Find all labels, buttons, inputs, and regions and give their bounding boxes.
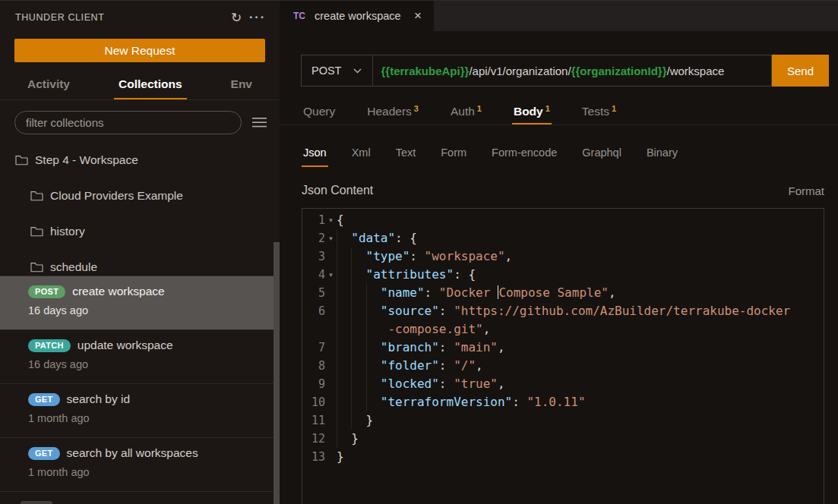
code-token: "name" — [381, 285, 425, 300]
collection-folder[interactable]: Cloud Providers Example — [0, 178, 280, 213]
collection-folder[interactable]: history — [0, 213, 280, 249]
body-tab-text[interactable]: Text — [394, 143, 418, 167]
fold-arrow-icon: ▾ — [325, 229, 337, 247]
code-text: "type": "workspace", — [337, 247, 512, 266]
sidebar-tab-activity[interactable]: Activity — [23, 71, 74, 99]
send-button[interactable]: Send — [772, 55, 829, 87]
code-token: : — [410, 249, 424, 263]
folder-icon — [30, 226, 43, 237]
sidebar-title: THUNDER CLIENT — [15, 12, 226, 23]
indent-guide — [337, 302, 351, 320]
request-bar: POST {{terrakubeApi}}/api/v1/organizatio… — [301, 55, 829, 87]
indent-guide — [337, 375, 351, 393]
partial-request-item — [0, 491, 280, 504]
method-dropdown[interactable]: POST — [302, 55, 372, 86]
close-tab-icon[interactable]: × — [413, 8, 423, 24]
code-token: "Docker — [439, 285, 498, 300]
fold-arrow-icon: ▾ — [325, 266, 337, 284]
body-type-tabs: JsonXmlTextFormForm-encodeGraphqlBinary — [280, 143, 838, 167]
indent-guide — [337, 229, 351, 247]
body-tab-form[interactable]: Form — [439, 143, 468, 167]
tab-headers[interactable]: Headers3 — [365, 100, 420, 124]
code-text: "branch": "main", — [337, 339, 505, 357]
request-item[interactable]: GETsearch by id1 month ago — [0, 384, 280, 438]
request-item[interactable]: PATCHupdate workspace16 days ago — [0, 330, 280, 384]
indent-guide — [337, 320, 351, 339]
request-label: search by all workspaces — [67, 446, 198, 460]
line-number: 1 — [302, 211, 325, 229]
request-time: 16 days ago — [28, 358, 272, 370]
tab-body[interactable]: Body1 — [512, 100, 552, 124]
code-line: 1▾{ — [302, 211, 824, 229]
code-token: "locked" — [381, 376, 439, 391]
fold-gutter — [325, 320, 337, 339]
request-item[interactable]: POSTcreate workspace16 days ago — [0, 276, 280, 330]
indent-guide — [351, 247, 365, 266]
code-line: 12} — [302, 430, 824, 448]
sidebar-tab-env[interactable]: Env — [226, 71, 257, 99]
sidebar-tab-collections[interactable]: Collections — [114, 71, 187, 99]
code-text: "source": "https://github.com/AzBuilder/… — [337, 302, 790, 320]
url-input[interactable]: {{terrakubeApi}}/api/v1/organization/{{o… — [373, 65, 771, 77]
filter-collections-input[interactable] — [14, 111, 242, 134]
indent-guide — [366, 339, 381, 357]
url-segment: /api/v1/organization/ — [469, 65, 571, 77]
line-number: 9 — [302, 375, 325, 393]
line-number: 2 — [302, 229, 325, 247]
new-request-button[interactable]: New Request — [14, 39, 265, 62]
code-token: "folder" — [381, 358, 439, 373]
request-item[interactable]: GETsearch by all workspaces1 month ago — [0, 438, 280, 492]
tab-query[interactable]: Query — [302, 100, 337, 124]
code-line: 9"locked": "true", — [302, 375, 824, 393]
json-editor[interactable]: 1▾{2▾"data": {3"type": "workspace",4▾"at… — [302, 208, 824, 504]
code-text: "data": { — [337, 229, 417, 247]
request-time: 16 days ago — [28, 304, 272, 317]
body-content-header: Json Content Format — [302, 184, 824, 197]
indent-guide — [337, 266, 351, 284]
tab-auth[interactable]: Auth1 — [449, 100, 483, 124]
collection-folder[interactable]: Step 4 - Workspace — [0, 142, 280, 178]
indent-guide — [337, 357, 351, 375]
tab-tests[interactable]: Tests1 — [580, 100, 618, 124]
code-line: 2▾"data": { — [302, 229, 824, 247]
filter-sort-icon[interactable] — [252, 118, 267, 128]
indent-guide — [351, 393, 365, 411]
body-tab-binary[interactable]: Binary — [645, 143, 679, 167]
tab-label: Headers — [367, 105, 412, 118]
folder-label: Step 4 - Workspace — [35, 153, 138, 167]
code-line: 13} — [302, 448, 824, 466]
code-text: { — [337, 211, 344, 229]
body-tab-form-encode[interactable]: Form-encode — [490, 143, 558, 167]
code-token: : — [439, 304, 454, 318]
indent-guide — [351, 339, 365, 357]
code-token: : { — [395, 231, 417, 245]
indent-guide — [366, 320, 381, 339]
body-tab-json[interactable]: Json — [302, 143, 328, 167]
url-segment: /workspace — [667, 65, 725, 77]
refresh-icon[interactable]: ↻ — [226, 10, 246, 26]
request-label: update workspace — [77, 339, 173, 352]
url-segment: {{terrakubeApi}} — [381, 65, 469, 77]
code-token: , — [609, 285, 616, 300]
body-tab-graphql[interactable]: Graphql — [580, 143, 623, 167]
tab-count-badge: 1 — [477, 104, 482, 113]
request-item-top: GETsearch by id — [28, 392, 272, 406]
code-token: : — [439, 340, 454, 354]
code-token: "main" — [454, 340, 498, 354]
body-tab-xml[interactable]: Xml — [350, 143, 372, 167]
indent-guide — [366, 357, 381, 375]
code-line: 11} — [302, 411, 824, 430]
request-tabs: QueryHeaders3Auth1Body1Tests1 — [280, 100, 838, 125]
indent-guide — [351, 266, 365, 284]
tab-create-workspace[interactable]: TC create workspace × — [280, 1, 434, 31]
code-token: Compose Sample" — [498, 285, 609, 300]
fold-gutter — [325, 448, 337, 466]
json-content-title: Json Content — [302, 184, 788, 197]
format-button[interactable]: Format — [788, 184, 824, 197]
sidebar-scrollbar[interactable] — [274, 242, 280, 504]
indent-guide — [337, 393, 351, 411]
code-token: } — [351, 431, 359, 446]
code-line: 7"branch": "main", — [302, 339, 824, 357]
more-options-icon[interactable]: ··· — [246, 11, 269, 24]
tab-count-badge: 3 — [414, 104, 419, 113]
